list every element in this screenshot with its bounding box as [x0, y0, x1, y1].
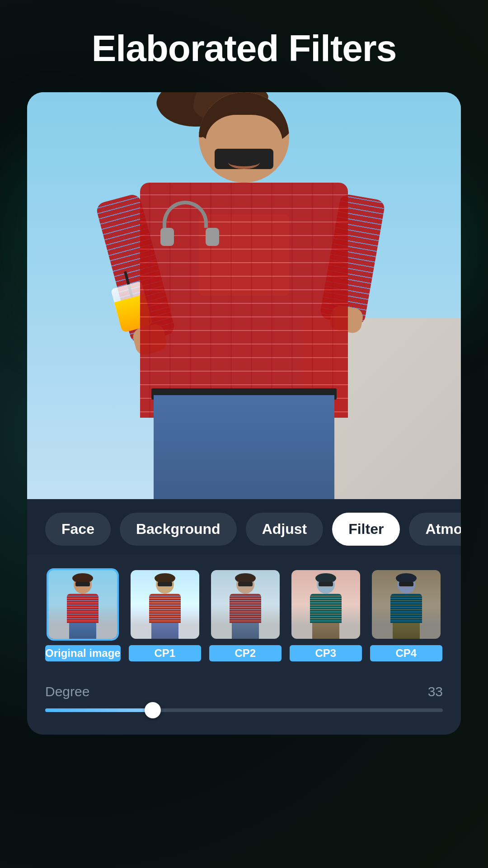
thumb-img-cp2: [211, 570, 280, 639]
filter-label-wrap-cp2: CP2: [209, 645, 282, 661]
thumb-shirt-4: [390, 594, 422, 623]
thumb-person-1: [147, 576, 183, 639]
thumb-shirt-2: [230, 594, 261, 623]
filter-thumb-cp4: [370, 568, 442, 641]
thumb-img-cp3: [291, 570, 360, 639]
tab-adjust[interactable]: Adjust: [246, 513, 324, 546]
filter-item-original[interactable]: Original image: [45, 568, 121, 661]
photo-area: [27, 92, 461, 499]
filter-thumb-cp3: [290, 568, 362, 641]
filter-label-wrap-original: Original image: [45, 645, 121, 661]
thumb-jeans-2: [232, 623, 259, 639]
tab-atmosphere[interactable]: Atmosphere: [409, 513, 461, 546]
filter-panel: Original image: [27, 555, 461, 735]
thumb-person-3: [308, 576, 344, 639]
main-card: Face Background Adjust Filter Atmosphere: [27, 92, 461, 735]
thumb-jeans-1: [151, 623, 178, 639]
thumb-img-cp1: [131, 570, 199, 639]
page-title: Elaborated Filters: [92, 27, 397, 70]
filter-label-wrap-cp4: CP4: [370, 645, 442, 661]
degree-label: Degree: [45, 684, 89, 699]
thumb-person-0: [65, 576, 101, 639]
filter-label-cp2: CP2: [235, 647, 256, 659]
filter-thumb-cp1: [129, 568, 201, 641]
thumb-shirt-1: [149, 594, 181, 623]
face: [206, 115, 282, 183]
smile: [228, 156, 260, 169]
thumb-head-2: [236, 576, 254, 594]
thumb-person-2: [227, 576, 263, 639]
thumb-glasses-4: [399, 582, 413, 586]
thumb-head-3: [317, 576, 335, 594]
slider-fill: [45, 708, 153, 712]
degree-header: Degree 33: [45, 684, 443, 699]
filter-item-cp2[interactable]: CP2: [209, 568, 282, 661]
filter-label-cp4: CP4: [395, 647, 417, 659]
filter-label-cp3: CP3: [315, 647, 336, 659]
thumb-glasses-0: [75, 582, 90, 586]
person-head: [199, 92, 289, 201]
filter-thumb-cp2: [209, 568, 282, 641]
person-figure: [127, 92, 361, 499]
headphone-ear-right: [206, 228, 219, 246]
thumb-jeans-3: [312, 623, 339, 639]
thumb-glasses-2: [238, 582, 253, 586]
tab-background[interactable]: Background: [120, 513, 237, 546]
figure-wrapper: [27, 92, 461, 499]
thumb-img-cp4: [372, 570, 441, 639]
thumb-head-0: [74, 576, 92, 594]
degree-value: 33: [428, 684, 443, 699]
filter-item-cp3[interactable]: CP3: [290, 568, 362, 661]
thumb-jeans-4: [393, 623, 420, 639]
thumb-head-1: [156, 576, 174, 594]
filter-item-cp1[interactable]: CP1: [129, 568, 201, 661]
slider-thumb[interactable]: [145, 702, 161, 718]
thumb-glasses-3: [319, 582, 333, 586]
filter-label-cp1: CP1: [154, 647, 175, 659]
tab-filter[interactable]: Filter: [332, 513, 400, 546]
jeans: [154, 395, 334, 499]
filter-thumb-original: [47, 568, 119, 641]
degree-section: Degree 33: [45, 679, 443, 721]
thumb-glasses-1: [158, 582, 172, 586]
filter-row: Original image: [45, 568, 443, 661]
filter-label-original: Original image: [45, 647, 121, 659]
filter-label-wrap-cp1: CP1: [129, 645, 201, 661]
thumb-img-original: [48, 570, 117, 639]
thumb-jeans-0: [69, 623, 96, 639]
page-container: Elaborated Filters: [0, 0, 488, 868]
headphone-band: [163, 201, 208, 228]
thumb-shirt-0: [67, 594, 99, 623]
filter-label-wrap-cp3: CP3: [290, 645, 362, 661]
tab-face[interactable]: Face: [45, 513, 111, 546]
degree-slider-track[interactable]: [45, 708, 443, 712]
headphones: [163, 201, 217, 246]
filter-item-cp4[interactable]: CP4: [370, 568, 442, 661]
thumb-person-4: [388, 576, 424, 639]
thumb-shirt-3: [310, 594, 342, 623]
tabs-bar: Face Background Adjust Filter Atmosphere: [27, 499, 461, 555]
thumb-head-4: [397, 576, 415, 594]
headphone-ear-left: [160, 228, 174, 246]
